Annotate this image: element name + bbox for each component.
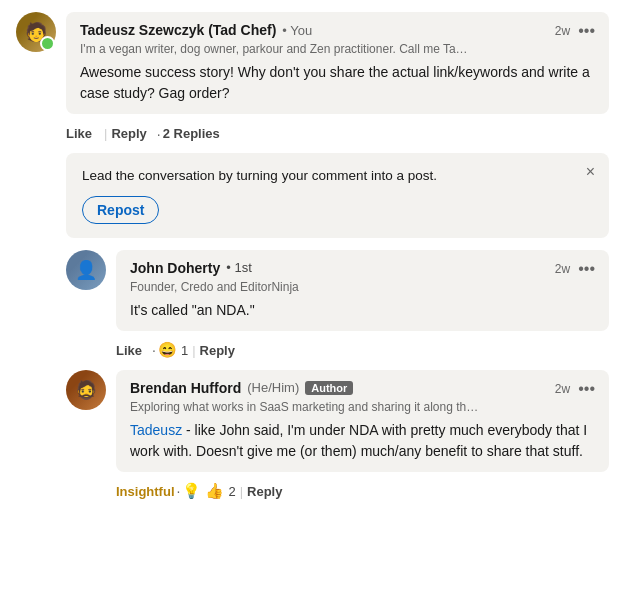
timestamp-row-brendan: 2w ••• [555,380,595,398]
comment-header-left-brendan: Brendan Hufford (He/Him) Author [130,380,353,396]
more-menu-john[interactable]: ••• [578,260,595,278]
comment-brendan: 🧔 Brendan Hufford (He/Him) Author 2w •••… [66,370,609,472]
actions-john: Like · 😄 1 | Reply [66,339,609,362]
dot-brendan: · [177,483,181,499]
reply-button-john[interactable]: Reply [200,339,243,362]
comment-text-tad: Awesome success story! Why don't you sha… [80,62,595,104]
actions-tad: Like | Reply · 2 Replies [16,122,609,145]
comment-header-left-tad: Tadeusz Szewczyk (Tad Chef) • You [80,22,312,38]
comment-content-john: John Doherty • 1st 2w ••• Founder, Credo… [116,250,609,331]
timestamp-row-john: 2w ••• [555,260,595,278]
sep1-john: | [192,343,195,358]
author-badge-brendan: Author [305,381,353,395]
reply-button-tad[interactable]: Reply [111,122,154,145]
reaction-count-brendan: 2 [228,484,235,499]
author-name-brendan: Brendan Hufford [130,380,241,396]
comment-content-brendan: Brendan Hufford (He/Him) Author 2w ••• E… [116,370,609,472]
avatar-tad: 🧑 [16,12,56,52]
close-repost-button[interactable]: × [586,163,595,181]
degree-john: • 1st [226,260,252,275]
comment-john: 👤 John Doherty • 1st 2w ••• Founder, Cre… [66,250,609,331]
comment-header-brendan: Brendan Hufford (He/Him) Author 2w ••• [130,380,595,398]
reaction-area-brendan: 💡 👍 2 [182,482,235,500]
repost-button[interactable]: Repost [82,196,159,224]
like-button-tad[interactable]: Like [66,122,100,145]
subline-brendan: Exploring what works in SaaS marketing a… [130,400,595,414]
comment-section: 🧑 Tadeusz Szewczyk (Tad Chef) • You 2w •… [0,0,625,523]
comment-header-left-john: John Doherty • 1st [130,260,252,276]
sep1-brendan: | [240,484,243,499]
comment-text-brendan: Tadeusz - like John said, I'm under NDA … [130,420,595,462]
reply-button-brendan[interactable]: Reply [247,480,290,503]
reaction-count-john: 1 [181,343,188,358]
timestamp-tad: 2w [555,24,570,38]
timestamp-row-tad: 2w ••• [555,22,595,40]
insightful-label-brendan: Insightful [116,484,175,499]
comment-header-tad: Tadeusz Szewczyk (Tad Chef) • You 2w ••• [80,22,595,40]
sep1-tad: | [104,126,107,141]
pronoun-brendan: (He/Him) [247,380,299,395]
dot-john: · [152,342,156,358]
more-menu-tad[interactable]: ••• [578,22,595,40]
comment-header-john: John Doherty • 1st 2w ••• [130,260,595,278]
timestamp-john: 2w [555,262,570,276]
repost-box: × Lead the conversation by turning your … [66,153,609,238]
replies-link-tad[interactable]: 2 Replies [163,126,220,141]
timestamp-brendan: 2w [555,382,570,396]
you-label-tad: • You [282,23,312,38]
reaction-emoji2-brendan: 👍 [205,482,224,500]
comment-text-after-mention-brendan: - like John said, I'm under NDA with pre… [130,422,587,459]
author-name-john: John Doherty [130,260,220,276]
nested-comment-john: 👤 John Doherty • 1st 2w ••• Founder, Cre… [66,250,609,503]
repost-text: Lead the conversation by turning your co… [82,167,593,186]
subline-john: Founder, Credo and EditorNinja [130,280,595,294]
like-button-john[interactable]: Like [116,339,150,362]
avatar-john: 👤 [66,250,106,290]
mention-brendan[interactable]: Tadeusz [130,422,182,438]
reaction-area-john: 😄 1 [158,341,188,359]
reaction-emoji-john: 😄 [158,341,177,359]
more-menu-brendan[interactable]: ••• [578,380,595,398]
subline-tad: I'm a vegan writer, dog owner, parkour a… [80,42,595,56]
actions-brendan: Insightful · 💡 👍 2 | Reply [66,480,609,503]
author-name-tad: Tadeusz Szewczyk (Tad Chef) [80,22,276,38]
comment-text-john: It's called "an NDA." [130,300,595,321]
dot-tad: · [157,126,161,142]
comment-tad: 🧑 Tadeusz Szewczyk (Tad Chef) • You 2w •… [16,12,609,114]
avatar-brendan: 🧔 [66,370,106,410]
comment-content-tad: Tadeusz Szewczyk (Tad Chef) • You 2w •••… [66,12,609,114]
reaction-emoji1-brendan: 💡 [182,482,201,500]
